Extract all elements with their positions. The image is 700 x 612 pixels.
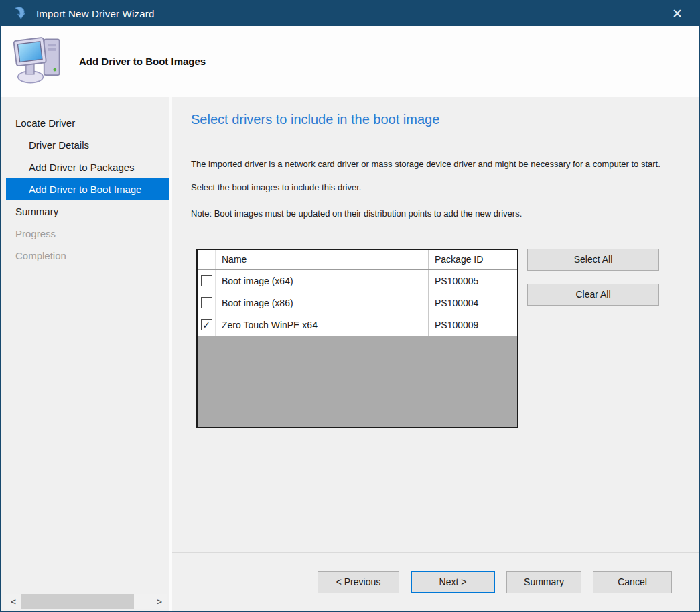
sidebar-item-add-driver-to-packages: Add Driver to Packages <box>6 156 169 178</box>
checkbox-checked-icon[interactable]: ✓ <box>201 319 212 330</box>
table-header-row: Name Package ID <box>198 250 517 270</box>
package-id: PS100009 <box>428 314 517 336</box>
sidebar-item-summary: Summary <box>6 200 169 223</box>
page-content: Select drivers to include in the boot im… <box>172 97 699 552</box>
wizard-page-title: Add Driver to Boot Images <box>79 56 206 67</box>
sidebar-item-driver-details: Driver Details <box>6 134 169 156</box>
close-icon[interactable]: ✕ <box>672 7 683 20</box>
horizontal-scrollbar[interactable]: < > <box>5 594 167 609</box>
name-column-header: Name <box>216 250 428 269</box>
wizard-window: Import New Driver Wizard ✕ Add Driver to… <box>0 0 700 612</box>
select-all-button[interactable]: Select All <box>527 249 659 271</box>
main-column: Select drivers to include in the boot im… <box>172 97 699 611</box>
boot-image-name: Zero Touch WinPE x64 <box>216 314 428 336</box>
package-id: PS100004 <box>428 292 517 314</box>
scroll-left-icon[interactable]: < <box>5 594 21 609</box>
wizard-footer: < PreviousNext >SummaryCancel <box>172 552 699 611</box>
-previous-button[interactable]: < Previous <box>318 571 399 593</box>
table-row[interactable]: ✓Zero Touch WinPE x64PS100009 <box>198 314 517 336</box>
sidebar-item-locate-driver: Locate Driver <box>6 112 169 134</box>
import-arrow-icon <box>10 5 27 23</box>
checkbox-column-header <box>198 250 216 269</box>
sidebar-item-add-driver-to-boot-image: Add Driver to Boot Image <box>6 178 169 200</box>
boot-image-name: Boot image (x64) <box>216 270 428 292</box>
wizard-steps: Locate DriverDriver DetailsAdd Driver to… <box>1 112 169 267</box>
next--button[interactable]: Next > <box>411 571 495 593</box>
checkbox-cell <box>198 270 216 292</box>
table-row[interactable]: Boot image (x64)PS100005 <box>198 270 517 292</box>
summary-button[interactable]: Summary <box>506 571 581 593</box>
checkbox-cell <box>198 292 216 314</box>
wizard-body: Locate DriverDriver DetailsAdd Driver to… <box>1 97 699 611</box>
wizard-steps-sidebar: Locate DriverDriver DetailsAdd Driver to… <box>1 97 172 611</box>
wizard-header: Add Driver to Boot Images <box>1 26 699 97</box>
boot-image-table: Name Package ID Boot image (x64)PS100005… <box>196 249 518 428</box>
clear-all-button[interactable]: Clear All <box>527 284 659 306</box>
table-rows: Boot image (x64)PS100005Boot image (x86)… <box>198 270 517 336</box>
checkbox-unchecked-icon[interactable] <box>201 275 212 286</box>
description-text: The imported driver is a network card dr… <box>191 158 677 171</box>
boot-image-name: Boot image (x86) <box>216 292 428 314</box>
table-row[interactable]: Boot image (x86)PS100004 <box>198 292 517 314</box>
computer-icon <box>11 33 68 90</box>
checkbox-unchecked-icon[interactable] <box>201 297 212 308</box>
scroll-right-icon[interactable]: > <box>151 594 167 609</box>
window-title: Import New Driver Wizard <box>36 8 155 19</box>
package-id-column-header: Package ID <box>428 250 517 269</box>
boot-image-table-area: Name Package ID Boot image (x64)PS100005… <box>196 249 685 428</box>
sidebar-item-progress: Progress <box>6 223 169 245</box>
cancel-button[interactable]: Cancel <box>593 571 672 593</box>
sidebar-item-completion: Completion <box>6 245 169 267</box>
page-heading: Select drivers to include in the boot im… <box>191 112 685 127</box>
scrollbar-track[interactable] <box>21 594 151 609</box>
title-bar: Import New Driver Wizard ✕ <box>1 1 699 26</box>
package-id: PS100005 <box>428 270 517 292</box>
selection-buttons: Select AllClear All <box>527 249 659 428</box>
note-text: Note: Boot images must be updated on the… <box>191 208 677 221</box>
checkbox-cell: ✓ <box>198 314 216 336</box>
scrollbar-thumb[interactable] <box>21 594 134 609</box>
instruction-text: Select the boot images to include this d… <box>191 182 677 194</box>
